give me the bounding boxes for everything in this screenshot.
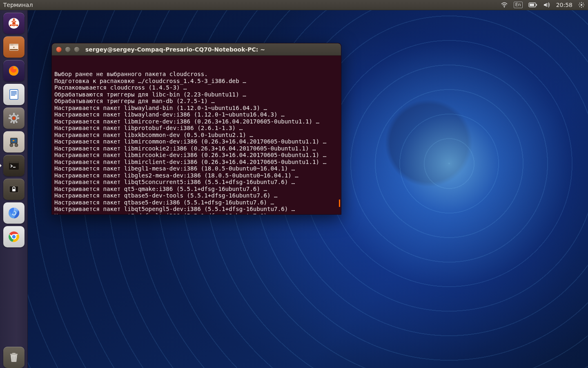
active-app-title[interactable]: Терминал (3, 2, 33, 8)
terminal-line: Настраивается пакет libmircookie-dev:i38… (54, 152, 339, 159)
dash-icon[interactable] (3, 13, 24, 34)
terminal-line: Настраивается пакет libwayland-dev:i386 … (54, 111, 339, 118)
top-menu-bar: Терминал En 20:58 (0, 0, 588, 10)
terminal-line: Настраивается пакет libmirclient-dev:i38… (54, 159, 339, 166)
svg-rect-25 (10, 90, 18, 99)
unity-launcher (0, 10, 28, 368)
terminal-cursor (339, 200, 340, 207)
window-minimize-button[interactable] (65, 47, 71, 52)
svg-line-12 (583, 3, 584, 4)
window-close-button[interactable] (56, 47, 62, 52)
svg-point-16 (13, 18, 15, 20)
window-titlebar[interactable]: sergey@sergey-Compaq-Presario-CQ70-Noteb… (52, 43, 341, 56)
volume-icon[interactable] (543, 2, 550, 8)
clock[interactable]: 20:58 (556, 2, 572, 8)
terminal-line: Подготовка к распаковке …/cloudcross_1.4… (54, 78, 339, 85)
chromium-icon[interactable] (3, 202, 24, 224)
terminal-line: Настраивается пакет libqt5opengl5-dev:i3… (54, 206, 339, 213)
svg-rect-28 (11, 94, 17, 94)
terminal-output[interactable]: Выбор ранее не выбранного пакета cloudcr… (52, 56, 341, 214)
battery-icon[interactable] (528, 2, 537, 8)
svg-point-30 (12, 117, 15, 120)
terminal-window[interactable]: sergey@sergey-Compaq-Presario-CQ70-Noteb… (51, 43, 341, 215)
window-title: sergey@sergey-Compaq-Presario-CQ70-Noteb… (85, 46, 265, 53)
svg-point-4 (581, 4, 582, 6)
terminal-icon[interactable] (3, 155, 24, 176)
terminal-line: Обрабатываются триггеры для man-db (2.7.… (54, 98, 339, 105)
svg-rect-27 (11, 92, 17, 93)
firefox-icon[interactable] (3, 60, 24, 81)
terminal-line: Настраивается пакет qt5-default:i386 (5.… (54, 213, 339, 215)
svg-point-35 (15, 144, 18, 147)
lock-screen-icon[interactable] (3, 179, 24, 200)
chrome-icon[interactable] (3, 226, 24, 247)
svg-rect-38 (13, 167, 16, 168)
terminal-line: Настраивается пакет libmircookie2:i386 (… (54, 145, 339, 152)
window-maximize-button[interactable] (74, 47, 80, 52)
terminal-line: Настраивается пакет libegl1-mesa-dev:i38… (54, 165, 339, 172)
terminal-line: Настраивается пакет qtbase5-dev-tools (5… (54, 192, 339, 199)
svg-line-11 (579, 6, 580, 7)
svg-rect-22 (10, 49, 18, 50)
svg-point-17 (9, 25, 11, 27)
svg-point-15 (12, 22, 16, 25)
svg-rect-41 (12, 189, 16, 191)
terminal-line: Настраивается пакет libprotobuf-dev:i386… (54, 125, 339, 132)
svg-point-0 (504, 7, 505, 7)
svg-point-18 (16, 25, 18, 27)
terminal-line: Распаковывается cloudcross (1.4.5-3) … (54, 84, 339, 91)
files-icon[interactable] (3, 36, 24, 58)
terminal-line: Настраивается пакет libwayland-bin (1.12… (54, 105, 339, 112)
terminal-line: Настраивается пакет libmircore-dev:i386 … (54, 118, 339, 125)
svg-point-23 (13, 47, 14, 48)
trash-icon[interactable] (3, 347, 24, 368)
terminal-line: Настраивается пакет qt5-qmake:i386 (5.5.… (54, 186, 339, 193)
system-cog-icon[interactable] (578, 2, 585, 8)
keyboard-layout-indicator[interactable]: En (514, 2, 523, 8)
svg-point-34 (10, 144, 13, 147)
svg-rect-26 (11, 91, 17, 92)
terminal-line: Обрабатываются триггеры для libc-bin (2.… (54, 91, 339, 98)
media-player-icon[interactable] (3, 131, 24, 153)
svg-rect-2 (536, 4, 537, 6)
terminal-line: Настраивается пакет libgles2-mesa-dev:i3… (54, 172, 339, 179)
svg-line-9 (579, 3, 580, 4)
terminal-line: Настраивается пакет libmircommon-dev:i38… (54, 138, 339, 145)
terminal-line: Выбор ранее не выбранного пакета cloudcr… (54, 71, 339, 78)
terminal-line: Настраивается пакет qtbase5-dev:i386 (5.… (54, 199, 339, 206)
terminal-line: Настраивается пакет libqt5concurrent5:i3… (54, 179, 339, 186)
svg-line-10 (583, 6, 584, 7)
terminal-line: Настраивается пакет libxkbcommon-dev (0.… (54, 132, 339, 139)
settings-gear-icon[interactable] (3, 108, 24, 129)
svg-rect-37 (9, 162, 19, 163)
writer-icon[interactable] (3, 84, 24, 105)
wifi-icon[interactable] (501, 2, 508, 8)
svg-rect-3 (530, 4, 534, 6)
svg-rect-29 (11, 95, 15, 96)
svg-rect-49 (12, 353, 16, 354)
svg-rect-21 (10, 45, 13, 45)
